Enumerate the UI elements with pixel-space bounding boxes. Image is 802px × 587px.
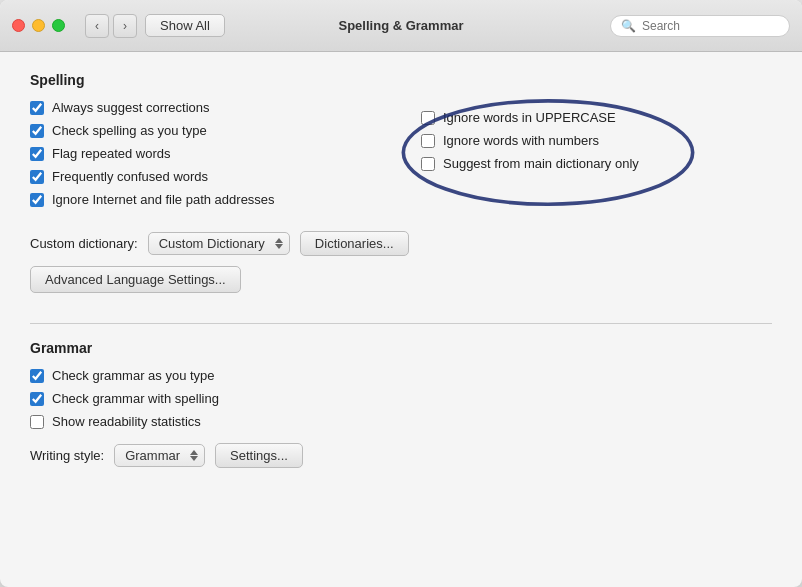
window: ‹ › Show All Spelling & Grammar 🔍 Spelli… [0, 0, 802, 587]
arrow-up-icon [190, 450, 198, 455]
custom-dictionary-value: Custom Dictionary [159, 236, 265, 251]
list-item: Always suggest corrections [30, 100, 381, 115]
arrow-up-icon [275, 238, 283, 243]
search-icon: 🔍 [621, 19, 636, 33]
content: Spelling Always suggest corrections Chec… [0, 52, 802, 587]
list-item: Suggest from main dictionary only [421, 156, 772, 171]
list-item: Show readability statistics [30, 414, 772, 429]
list-item: Flag repeated words [30, 146, 381, 161]
list-item: Frequently confused words [30, 169, 381, 184]
check-grammar-spelling-label: Check grammar with spelling [52, 391, 219, 406]
check-grammar-spelling-checkbox[interactable] [30, 392, 44, 406]
spelling-right: Ignore words in UPPERCASE Ignore words w… [421, 100, 772, 215]
writing-style-arrows-icon [190, 450, 198, 461]
flag-repeated-checkbox[interactable] [30, 147, 44, 161]
advanced-language-button[interactable]: Advanced Language Settings... [30, 266, 241, 293]
check-grammar-type-checkbox[interactable] [30, 369, 44, 383]
list-item: Check grammar as you type [30, 368, 772, 383]
check-as-type-checkbox[interactable] [30, 124, 44, 138]
spelling-left: Always suggest corrections Check spellin… [30, 100, 381, 215]
arrow-down-icon [275, 244, 283, 249]
search-input[interactable] [642, 19, 782, 33]
minimize-button[interactable] [32, 19, 45, 32]
back-button[interactable]: ‹ [85, 14, 109, 38]
list-item: Ignore Internet and file path addresses [30, 192, 381, 207]
suggest-main-label: Suggest from main dictionary only [443, 156, 639, 171]
list-item: Ignore words in UPPERCASE [421, 110, 772, 125]
grammar-section: Grammar Check grammar as you type Check … [30, 340, 772, 468]
confused-words-checkbox[interactable] [30, 170, 44, 184]
titlebar: ‹ › Show All Spelling & Grammar 🔍 [0, 0, 802, 52]
show-readability-checkbox[interactable] [30, 415, 44, 429]
ignore-numbers-label: Ignore words with numbers [443, 133, 599, 148]
custom-dictionary-label: Custom dictionary: [30, 236, 138, 251]
ignore-uppercase-checkbox[interactable] [421, 111, 435, 125]
close-button[interactable] [12, 19, 25, 32]
writing-style-value: Grammar [125, 448, 180, 463]
always-suggest-label: Always suggest corrections [52, 100, 210, 115]
show-readability-label: Show readability statistics [52, 414, 201, 429]
select-arrows-icon [275, 238, 283, 249]
forward-icon: › [123, 19, 127, 33]
suggest-main-checkbox[interactable] [421, 157, 435, 171]
always-suggest-checkbox[interactable] [30, 101, 44, 115]
writing-style-select[interactable]: Grammar [114, 444, 205, 467]
ignore-internet-label: Ignore Internet and file path addresses [52, 192, 275, 207]
spelling-title: Spelling [30, 72, 772, 88]
custom-dictionary-select[interactable]: Custom Dictionary [148, 232, 290, 255]
writing-style-label: Writing style: [30, 448, 104, 463]
confused-words-label: Frequently confused words [52, 169, 208, 184]
dictionaries-button[interactable]: Dictionaries... [300, 231, 409, 256]
writing-style-row: Writing style: Grammar Settings... [30, 443, 772, 468]
ignore-numbers-checkbox[interactable] [421, 134, 435, 148]
arrow-down-icon [190, 456, 198, 461]
window-title: Spelling & Grammar [339, 18, 464, 33]
show-all-button[interactable]: Show All [145, 14, 225, 37]
maximize-button[interactable] [52, 19, 65, 32]
forward-button[interactable]: › [113, 14, 137, 38]
spelling-columns: Always suggest corrections Check spellin… [30, 100, 772, 215]
ignore-internet-checkbox[interactable] [30, 193, 44, 207]
nav-buttons: ‹ › [85, 14, 137, 38]
traffic-lights [12, 19, 65, 32]
settings-button[interactable]: Settings... [215, 443, 303, 468]
ignore-uppercase-label: Ignore words in UPPERCASE [443, 110, 616, 125]
check-grammar-type-label: Check grammar as you type [52, 368, 215, 383]
search-box[interactable]: 🔍 [610, 15, 790, 37]
spelling-section: Spelling Always suggest corrections Chec… [30, 72, 772, 313]
list-item: Check grammar with spelling [30, 391, 772, 406]
back-icon: ‹ [95, 19, 99, 33]
check-as-type-label: Check spelling as you type [52, 123, 207, 138]
flag-repeated-label: Flag repeated words [52, 146, 171, 161]
custom-dictionary-row: Custom dictionary: Custom Dictionary Dic… [30, 231, 772, 256]
grammar-title: Grammar [30, 340, 772, 356]
section-divider [30, 323, 772, 324]
list-item: Check spelling as you type [30, 123, 381, 138]
list-item: Ignore words with numbers [421, 133, 772, 148]
